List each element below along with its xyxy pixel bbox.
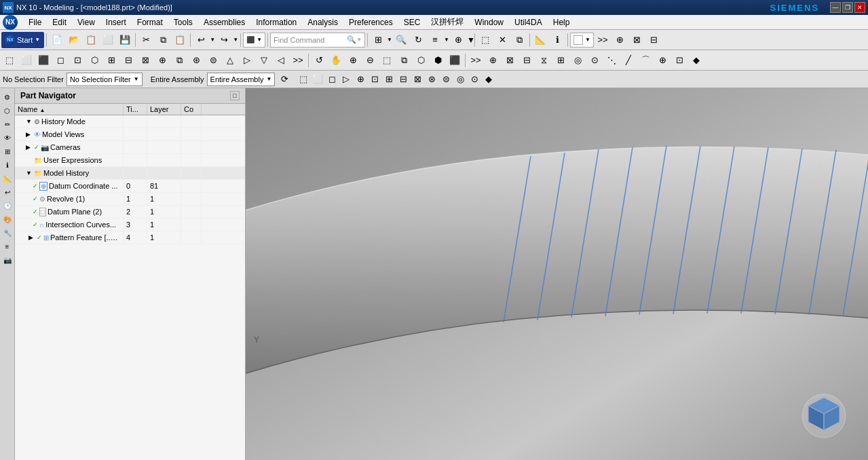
tb2-btn10[interactable]: ⊕: [154, 52, 170, 69]
tb2-btn14[interactable]: △: [222, 52, 238, 69]
zoom-in[interactable]: ⊕: [345, 52, 361, 69]
tb2-btn8[interactable]: ⊟: [120, 52, 136, 69]
filter-btn[interactable]: ⧉: [511, 32, 527, 48]
menu-insert[interactable]: Insert: [100, 16, 132, 28]
side-btn-history[interactable]: ↩: [1, 186, 14, 198]
snap3d1[interactable]: ⊕: [485, 52, 501, 69]
tb2-more[interactable]: >>: [290, 52, 306, 69]
menu-sec[interactable]: SEC: [398, 16, 426, 28]
select-all[interactable]: ⬚: [477, 32, 493, 48]
tb2-btn12[interactable]: ⊛: [188, 52, 204, 69]
nav-row-model-history[interactable]: ▼ 📁 Model History: [15, 167, 245, 180]
menu-view[interactable]: View: [72, 16, 100, 28]
select-mode5[interactable]: ⊕: [354, 73, 367, 86]
menu-window[interactable]: Window: [469, 16, 509, 28]
select-mode12[interactable]: ◎: [453, 73, 467, 86]
menu-util4da[interactable]: Util4DA: [509, 16, 548, 28]
menu-help[interactable]: Help: [548, 16, 575, 28]
tb2-btn5[interactable]: ⊡: [69, 52, 86, 69]
side-btn-view[interactable]: 👁: [1, 132, 14, 144]
titlebar-controls[interactable]: — ❐ ✕: [830, 2, 865, 13]
menu-chinese[interactable]: 汉拼钎焊: [426, 15, 469, 29]
tb2-btn2[interactable]: ⬜: [18, 52, 35, 69]
side-btn-model[interactable]: ⊞: [1, 145, 14, 157]
nav-row-intersection[interactable]: ✓ ∩ Intersection Curves... 3 1: [15, 218, 245, 231]
navigator-expand[interactable]: □: [230, 91, 240, 100]
side-btn-camera[interactable]: 📷: [1, 254, 14, 266]
select-mode14[interactable]: ◆: [482, 73, 495, 86]
snap-dropdown[interactable]: ▼: [467, 35, 472, 45]
minimize-button[interactable]: —: [830, 2, 841, 13]
pan-btn[interactable]: ✋: [328, 52, 344, 69]
undo-button[interactable]: ↩: [193, 32, 209, 48]
extra1[interactable]: ⊕: [611, 32, 628, 48]
copy-button[interactable]: ⧉: [155, 32, 171, 48]
extra3[interactable]: ⊟: [645, 32, 662, 48]
tb2-btn17[interactable]: ◁: [273, 52, 289, 69]
select-mode1[interactable]: ⬚: [297, 73, 310, 86]
select-mode10[interactable]: ⊛: [425, 73, 438, 86]
tb2-btn15[interactable]: ▷: [239, 52, 255, 69]
snap3d4[interactable]: ⧖: [535, 52, 552, 69]
select-mode9[interactable]: ⊠: [411, 73, 424, 86]
expand-model-views[interactable]: ▶: [26, 131, 33, 138]
select-mode8[interactable]: ⊟: [396, 73, 410, 86]
new-button[interactable]: 📄: [49, 32, 65, 48]
nav-row-datum-plane[interactable]: ✓ □ Datum Plane (2) 2 1: [15, 206, 245, 218]
wire-btn[interactable]: ⬡: [413, 52, 429, 69]
nav-row-pattern[interactable]: ▶ ✓ ⊞ Pattern Feature [..… 4 1: [15, 231, 245, 244]
pattern-btn[interactable]: ⧉: [396, 52, 412, 69]
render-dropdown[interactable]: ⬛▼: [243, 33, 265, 47]
side-btn-tool[interactable]: 🔧: [1, 227, 14, 239]
3d-viewport[interactable]: Y: [246, 88, 868, 460]
surface-btn[interactable]: ⬢: [430, 52, 446, 69]
menu-edit[interactable]: Edit: [47, 16, 72, 28]
select-mode11[interactable]: ⊜: [439, 73, 453, 86]
menu-analysis[interactable]: Analysis: [302, 16, 343, 28]
snap3d5[interactable]: ⊞: [552, 52, 569, 69]
tb2-btn3[interactable]: ⬛: [35, 52, 52, 69]
menu-information[interactable]: Information: [250, 16, 302, 28]
snap3d9[interactable]: ╱: [620, 52, 637, 69]
select-mode4[interactable]: ▷: [339, 73, 353, 86]
side-btn-settings[interactable]: ⚙: [1, 91, 14, 103]
tb2-btn9[interactable]: ⊠: [137, 52, 153, 69]
col-header-cc[interactable]: Co: [181, 104, 202, 115]
nav-row-revolve[interactable]: ✓ ⚙ Revolve (1) 1 1: [15, 193, 245, 206]
side-btn-clock[interactable]: 🕐: [1, 199, 14, 212]
side-btn-color[interactable]: 🎨: [1, 213, 14, 225]
menu-format[interactable]: Format: [132, 16, 168, 28]
selection-filter-dropdown[interactable]: No Selection Filter ▼: [67, 73, 143, 86]
col-header-ti[interactable]: Ti...: [124, 104, 147, 115]
side-btn-assembly[interactable]: ⬡: [1, 104, 14, 117]
zoom-out[interactable]: ⊖: [362, 52, 378, 69]
open-recent[interactable]: 📋: [83, 32, 99, 48]
snap3d6[interactable]: ◎: [569, 52, 586, 69]
snap3d8[interactable]: ⋱: [603, 52, 620, 69]
expand-cameras[interactable]: ▶: [26, 144, 33, 151]
tb2-btn13[interactable]: ⊜: [205, 52, 221, 69]
cut-button[interactable]: ✂: [138, 32, 154, 48]
select-mode6[interactable]: ⊡: [368, 73, 381, 86]
grid-btn[interactable]: ⊞: [370, 32, 386, 48]
nav-row-cameras[interactable]: ▶ ✓ 📷 Cameras: [15, 141, 245, 154]
fit-btn[interactable]: ⬚: [379, 52, 395, 69]
layer-dropdown[interactable]: ▼: [444, 32, 449, 48]
expand-pattern[interactable]: ▶: [29, 234, 35, 241]
tb2-btn11[interactable]: ⧉: [171, 52, 187, 69]
snap3d2[interactable]: ⊠: [502, 52, 518, 69]
maximize-button[interactable]: ❐: [842, 2, 853, 13]
select-mode3[interactable]: ◻: [325, 73, 339, 86]
info-btn[interactable]: ℹ: [549, 32, 565, 48]
snap-btn[interactable]: ⊕: [450, 32, 466, 48]
snap3d11[interactable]: ⊕: [654, 52, 671, 69]
side-btn-layer[interactable]: ≡: [1, 240, 14, 252]
snap3d7[interactable]: ⊙: [586, 52, 603, 69]
rotate-3d[interactable]: ↺: [311, 52, 327, 69]
tb2-btn6[interactable]: ⬡: [86, 52, 102, 69]
tb2-btn4[interactable]: ◻: [52, 52, 69, 69]
menu-assemblies[interactable]: Assemblies: [198, 16, 250, 28]
tb2-btn16[interactable]: ▽: [256, 52, 272, 69]
expand-history-mode[interactable]: ▼: [26, 118, 33, 125]
rotate-btn[interactable]: ↻: [410, 32, 426, 48]
